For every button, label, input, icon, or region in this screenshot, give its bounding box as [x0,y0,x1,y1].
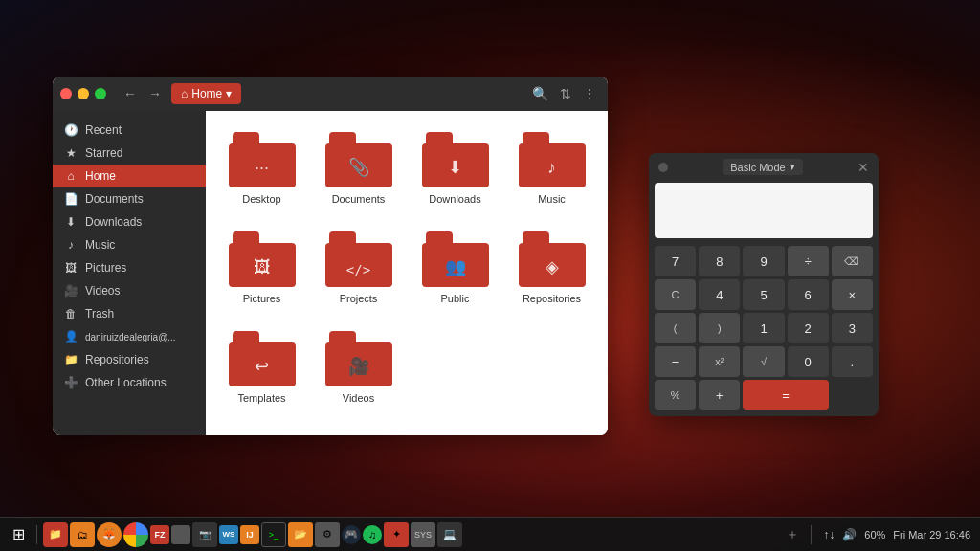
videos-icon: 🎥 [64,284,78,298]
sidebar-item-documents[interactable]: 📄 Documents [53,187,206,210]
folder-desktop-inner-icon: ··· [255,158,269,178]
calc-btn-1[interactable]: 1 [743,313,784,343]
folder-documents[interactable]: 📎 Documents [318,126,399,210]
folder-repositories-inner-icon: ◈ [546,256,559,277]
folder-desktop[interactable]: ··· Desktop [221,126,302,210]
folder-templates[interactable]: ↩ Templates [221,325,302,409]
calc-btn-backspace[interactable]: ⌫ [832,246,873,276]
calc-btn-add[interactable]: + [699,380,740,410]
steam-label: 🎮 [345,528,358,540]
calc-btn-clear[interactable]: C [655,279,696,310]
calc-btn-equals[interactable]: = [743,380,828,410]
sidebar-item-downloads[interactable]: ⬇ Downloads [53,210,206,233]
fm-maximize-button[interactable] [95,88,106,99]
taskbar-monitor-icon[interactable]: 💻 [437,522,462,547]
folder-pictures[interactable]: 🖼 Pictures [221,226,302,310]
sidebar-label-music: Music [85,238,115,252]
taskbar-network-icon[interactable]: ↑↓ [823,528,835,541]
taskbar-datetime[interactable]: Fri Mar 29 16:46 [893,529,970,540]
fm-menu-icon[interactable]: ⋮ [579,84,600,103]
taskbar-nautilus-icon[interactable]: 🗂 [70,522,95,547]
taskbar-firefox-icon[interactable]: 🦊 [97,522,122,547]
folder-downloads-inner-icon: ⬇ [448,157,462,178]
calc-btn-sqrt[interactable]: √ [743,346,784,377]
taskbar-volume-icon[interactable]: 🔊 [842,528,857,541]
folder-repositories[interactable]: ◈ Repositories [511,226,592,310]
recent-icon: 🕐 [64,123,78,137]
fm-forward-button[interactable]: → [145,83,166,104]
taskbar-sys-icon[interactable]: SYS [411,522,435,547]
taskbar-spotify-icon[interactable]: ♫ [363,525,382,544]
calc-btn-3[interactable]: 3 [832,313,873,343]
calc-btn-2[interactable]: 2 [788,313,829,343]
sidebar-item-recent[interactable]: 🕐 Recent [53,119,206,142]
taskbar-steam-icon[interactable]: 🎮 [342,525,361,544]
folder-public[interactable]: 👥 Public [414,226,496,310]
fm-search-icon[interactable]: 🔍 [528,84,552,103]
calc-btn-decimal[interactable]: . [832,346,873,377]
taskbar-terminal-icon[interactable]: >_ [261,522,286,547]
calc-btn-square[interactable]: x² [699,346,740,377]
calc-btn-4[interactable]: 4 [699,279,740,310]
folder-projects[interactable]: </> Projects [318,226,399,310]
taskbar-files-icon[interactable]: 📁 [43,522,68,547]
sidebar-item-videos[interactable]: 🎥 Videos [53,279,206,302]
taskbar-misc1-icon[interactable] [171,525,190,544]
sidebar-item-home[interactable]: ⌂ Home [53,165,206,187]
folder-downloads-label: Downloads [429,193,480,205]
folder-downloads[interactable]: ⬇ Downloads [414,126,496,210]
sidebar-item-repositories[interactable]: 📁 Repositories [53,348,206,371]
calc-btn-6[interactable]: 6 [788,279,829,310]
taskbar: ⊞ 📁 🗂 🦊 FZ 📷 WS IJ >_ 📂 ⚙ 🎮 [0,517,980,551]
taskbar-settings-icon[interactable]: ⚙ [315,522,340,547]
calc-btn-0[interactable]: 0 [788,346,829,377]
home-icon: ⌂ [64,169,78,183]
sidebar-item-music[interactable]: ♪ Music [53,233,206,256]
taskbar-files2-icon[interactable]: 📂 [288,522,313,547]
sidebar-item-account[interactable]: 👤 daniruizdealegria@... [53,325,206,348]
sidebar-item-pictures[interactable]: 🖼 Pictures [53,256,206,279]
fm-toolbar: 🔍 ⇅ ⋮ [528,84,600,103]
calc-btn-divide[interactable]: ÷ [788,246,829,276]
sidebar-item-other-locations[interactable]: ➕ Other Locations [53,371,206,394]
calc-btn-multiply[interactable]: × [832,279,873,310]
taskbar-add-icon[interactable]: ＋ [786,526,799,543]
folder-videos[interactable]: 🎥 Videos [318,325,399,409]
sidebar-label-pictures: Pictures [85,261,126,275]
calc-btn-subtract[interactable]: − [655,346,696,377]
calc-btn-7[interactable]: 7 [655,246,696,276]
fm-close-button[interactable] [60,88,72,99]
calc-btn-5[interactable]: 5 [743,279,784,310]
taskbar-chrome-icon[interactable] [123,522,148,547]
calc-btn-percent[interactable]: % [655,380,696,410]
sys-label: SYS [414,530,432,540]
fm-titlebar: ← → ⌂ Home ▾ 🔍 ⇅ ⋮ [53,77,608,111]
calc-close-button[interactable]: ✕ [858,160,869,175]
folder-music[interactable]: ♪ Music [511,126,592,210]
calc-btn-open-paren[interactable]: ( [655,313,696,343]
sidebar-item-trash[interactable]: 🗑 Trash [53,302,206,325]
calc-mode-button[interactable]: Basic Mode ▾ [723,159,802,175]
calc-btn-9[interactable]: 9 [743,246,784,276]
firefox-icon-label: 🦊 [102,528,116,540]
fm-sort-icon[interactable]: ⇅ [556,84,575,103]
calculator-window: Basic Mode ▾ ✕ 7 8 9 ÷ ⌫ C 4 5 6 × ( ) 1… [649,153,879,416]
fm-location-button[interactable]: ⌂ Home ▾ [171,83,241,104]
taskbar-misc2-icon[interactable]: 📷 [192,522,217,547]
sidebar-label-videos: Videos [85,284,120,298]
taskbar-grid-icon[interactable]: ⊞ [6,522,31,547]
sidebar-label-home: Home [85,169,116,183]
fm-back-button[interactable]: ← [120,83,141,104]
calc-btn-8[interactable]: 8 [699,246,740,276]
taskbar-idea-icon[interactable]: IJ [240,525,259,544]
calc-btn-close-paren[interactable]: ) [699,313,740,343]
taskbar-fz-icon[interactable]: FZ [150,525,169,544]
taskbar-webstorm-icon[interactable]: WS [219,525,238,544]
folder-templates-icon: ↩ [229,331,296,386]
fm-minimize-button[interactable] [78,88,89,99]
folder-documents-label: Documents [332,193,386,205]
sidebar-item-starred[interactable]: ★ Starred [53,142,206,165]
pictures-icon: 🖼 [64,261,78,275]
taskbar-battery-text: 60% [864,529,885,540]
taskbar-tauri-icon[interactable]: ✦ [384,522,409,547]
